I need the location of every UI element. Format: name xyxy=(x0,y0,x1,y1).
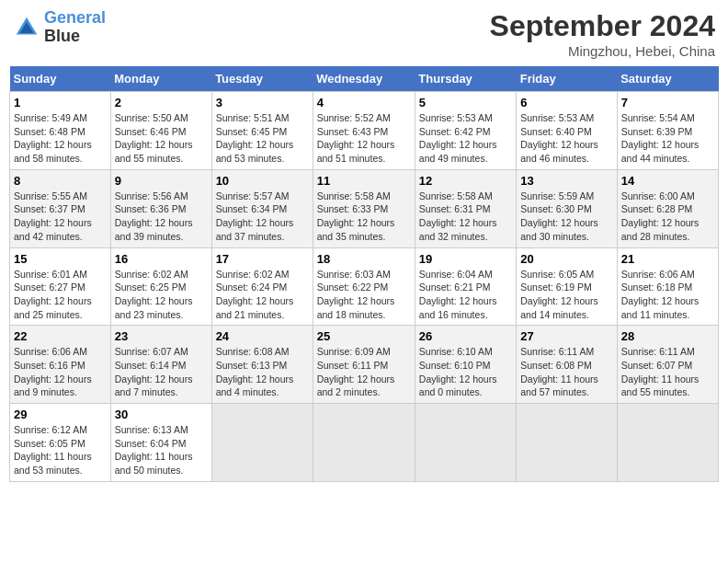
day-info: Sunrise: 5:53 AMSunset: 6:40 PMDaylight:… xyxy=(520,112,598,164)
day-number: 22 xyxy=(14,329,107,343)
day-number: 23 xyxy=(115,329,208,343)
day-number: 16 xyxy=(115,252,208,266)
day-number: 27 xyxy=(520,329,612,343)
day-info: Sunrise: 6:10 AMSunset: 6:10 PMDaylight:… xyxy=(419,346,497,397)
calendar-cell: 21 Sunrise: 6:06 AMSunset: 6:18 PMDaylig… xyxy=(617,247,718,326)
calendar-cell: 12 Sunrise: 5:58 AMSunset: 6:31 PMDaylig… xyxy=(415,169,516,247)
day-info: Sunrise: 6:04 AMSunset: 6:21 PMDaylight:… xyxy=(419,269,497,320)
day-number: 10 xyxy=(216,174,309,188)
weekday-header-row: SundayMondayTuesdayWednesdayThursdayFrid… xyxy=(10,66,719,92)
day-info: Sunrise: 6:09 AMSunset: 6:11 PMDaylight:… xyxy=(317,346,395,397)
calendar-cell: 13 Sunrise: 5:59 AMSunset: 6:30 PMDaylig… xyxy=(517,169,617,247)
calendar-week-row: 1 Sunrise: 5:49 AMSunset: 6:48 PMDayligh… xyxy=(10,92,719,170)
day-number: 29 xyxy=(14,408,107,421)
calendar-cell: 22 Sunrise: 6:06 AMSunset: 6:16 PMDaylig… xyxy=(10,326,111,404)
calendar-week-row: 22 Sunrise: 6:06 AMSunset: 6:16 PMDaylig… xyxy=(10,326,719,404)
day-info: Sunrise: 5:58 AMSunset: 6:33 PMDaylight:… xyxy=(317,190,395,242)
day-info: Sunrise: 6:11 AMSunset: 6:08 PMDaylight:… xyxy=(520,346,598,397)
calendar-cell: 2 Sunrise: 5:50 AMSunset: 6:46 PMDayligh… xyxy=(110,92,211,170)
calendar-cell: 3 Sunrise: 5:51 AMSunset: 6:45 PMDayligh… xyxy=(211,92,313,170)
calendar-table: SundayMondayTuesdayWednesdayThursdayFrid… xyxy=(9,66,719,482)
day-info: Sunrise: 6:01 AMSunset: 6:27 PMDaylight:… xyxy=(14,269,92,320)
weekday-header-sunday: Sunday xyxy=(10,66,111,92)
weekday-header-friday: Friday xyxy=(517,66,617,92)
day-info: Sunrise: 5:49 AMSunset: 6:48 PMDaylight:… xyxy=(14,112,92,164)
calendar-cell: 16 Sunrise: 6:02 AMSunset: 6:25 PMDaylig… xyxy=(110,247,211,326)
day-number: 24 xyxy=(216,329,309,343)
day-number: 1 xyxy=(14,96,107,109)
weekday-header-monday: Monday xyxy=(110,66,211,92)
calendar-cell: 17 Sunrise: 6:02 AMSunset: 6:24 PMDaylig… xyxy=(211,247,313,326)
day-info: Sunrise: 5:58 AMSunset: 6:31 PMDaylight:… xyxy=(419,190,497,242)
calendar-cell: 8 Sunrise: 5:55 AMSunset: 6:37 PMDayligh… xyxy=(10,169,111,247)
calendar-cell xyxy=(313,404,415,482)
day-number: 18 xyxy=(317,252,411,266)
day-info: Sunrise: 6:02 AMSunset: 6:24 PMDaylight:… xyxy=(216,269,294,320)
calendar-cell xyxy=(415,404,516,482)
day-number: 8 xyxy=(14,174,107,188)
calendar-cell xyxy=(517,404,617,482)
title-block: September 2024 Mingzhou, Hebei, China xyxy=(490,9,715,59)
day-info: Sunrise: 6:02 AMSunset: 6:25 PMDaylight:… xyxy=(115,269,193,320)
calendar-cell: 7 Sunrise: 5:54 AMSunset: 6:39 PMDayligh… xyxy=(617,92,718,170)
day-number: 2 xyxy=(115,96,208,109)
calendar-cell: 19 Sunrise: 6:04 AMSunset: 6:21 PMDaylig… xyxy=(415,247,516,326)
calendar-cell: 23 Sunrise: 6:07 AMSunset: 6:14 PMDaylig… xyxy=(110,326,211,404)
calendar-cell: 24 Sunrise: 6:08 AMSunset: 6:13 PMDaylig… xyxy=(211,326,313,404)
calendar-cell: 11 Sunrise: 5:58 AMSunset: 6:33 PMDaylig… xyxy=(313,169,415,247)
day-info: Sunrise: 5:56 AMSunset: 6:36 PMDaylight:… xyxy=(115,190,193,242)
day-number: 4 xyxy=(317,96,411,109)
day-number: 19 xyxy=(419,252,512,266)
logo-text: General Blue xyxy=(44,9,106,46)
day-number: 28 xyxy=(621,329,714,343)
day-info: Sunrise: 6:00 AMSunset: 6:28 PMDaylight:… xyxy=(621,190,700,242)
day-info: Sunrise: 5:52 AMSunset: 6:43 PMDaylight:… xyxy=(317,112,395,164)
day-info: Sunrise: 5:51 AMSunset: 6:45 PMDaylight:… xyxy=(216,112,294,164)
day-info: Sunrise: 5:59 AMSunset: 6:30 PMDaylight:… xyxy=(520,190,598,242)
calendar-cell: 6 Sunrise: 5:53 AMSunset: 6:40 PMDayligh… xyxy=(517,92,617,170)
page-header: General Blue September 2024 Mingzhou, He… xyxy=(9,9,719,59)
location: Mingzhou, Hebei, China xyxy=(490,43,715,59)
day-number: 6 xyxy=(520,96,612,109)
day-info: Sunrise: 6:11 AMSunset: 6:07 PMDaylight:… xyxy=(621,346,700,397)
day-number: 14 xyxy=(621,174,714,188)
day-number: 12 xyxy=(419,174,512,188)
day-number: 3 xyxy=(216,96,309,109)
day-info: Sunrise: 5:57 AMSunset: 6:34 PMDaylight:… xyxy=(216,190,294,242)
calendar-cell: 26 Sunrise: 6:10 AMSunset: 6:10 PMDaylig… xyxy=(415,326,516,404)
day-number: 25 xyxy=(317,329,411,343)
day-info: Sunrise: 5:55 AMSunset: 6:37 PMDaylight:… xyxy=(14,190,92,242)
calendar-cell: 30 Sunrise: 6:13 AMSunset: 6:04 PMDaylig… xyxy=(110,404,211,482)
day-number: 11 xyxy=(317,174,411,188)
calendar-week-row: 8 Sunrise: 5:55 AMSunset: 6:37 PMDayligh… xyxy=(10,169,719,247)
day-info: Sunrise: 6:12 AMSunset: 6:05 PMDaylight:… xyxy=(14,424,92,476)
month-title: September 2024 xyxy=(490,9,715,43)
calendar-cell xyxy=(211,404,313,482)
day-info: Sunrise: 5:50 AMSunset: 6:46 PMDaylight:… xyxy=(115,112,193,164)
day-info: Sunrise: 6:07 AMSunset: 6:14 PMDaylight:… xyxy=(115,346,193,397)
day-number: 5 xyxy=(419,96,512,109)
calendar-cell: 10 Sunrise: 5:57 AMSunset: 6:34 PMDaylig… xyxy=(211,169,313,247)
day-info: Sunrise: 5:54 AMSunset: 6:39 PMDaylight:… xyxy=(621,112,700,164)
day-number: 17 xyxy=(216,252,309,266)
day-number: 20 xyxy=(520,252,612,266)
calendar-cell: 25 Sunrise: 6:09 AMSunset: 6:11 PMDaylig… xyxy=(313,326,415,404)
day-info: Sunrise: 5:53 AMSunset: 6:42 PMDaylight:… xyxy=(419,112,497,164)
calendar-cell: 9 Sunrise: 5:56 AMSunset: 6:36 PMDayligh… xyxy=(110,169,211,247)
calendar-cell: 5 Sunrise: 5:53 AMSunset: 6:42 PMDayligh… xyxy=(415,92,516,170)
day-number: 30 xyxy=(115,408,208,421)
logo-icon xyxy=(13,14,40,41)
logo: General Blue xyxy=(13,9,106,46)
calendar-cell: 27 Sunrise: 6:11 AMSunset: 6:08 PMDaylig… xyxy=(517,326,617,404)
calendar-cell: 29 Sunrise: 6:12 AMSunset: 6:05 PMDaylig… xyxy=(10,404,111,482)
calendar-cell: 28 Sunrise: 6:11 AMSunset: 6:07 PMDaylig… xyxy=(617,326,718,404)
calendar-cell: 20 Sunrise: 6:05 AMSunset: 6:19 PMDaylig… xyxy=(517,247,617,326)
weekday-header-wednesday: Wednesday xyxy=(313,66,415,92)
day-number: 15 xyxy=(14,252,107,266)
day-info: Sunrise: 6:06 AMSunset: 6:16 PMDaylight:… xyxy=(14,346,92,397)
weekday-header-tuesday: Tuesday xyxy=(211,66,313,92)
calendar-cell: 4 Sunrise: 5:52 AMSunset: 6:43 PMDayligh… xyxy=(313,92,415,170)
day-info: Sunrise: 6:13 AMSunset: 6:04 PMDaylight:… xyxy=(115,424,193,476)
day-info: Sunrise: 6:03 AMSunset: 6:22 PMDaylight:… xyxy=(317,269,395,320)
day-info: Sunrise: 6:08 AMSunset: 6:13 PMDaylight:… xyxy=(216,346,294,397)
